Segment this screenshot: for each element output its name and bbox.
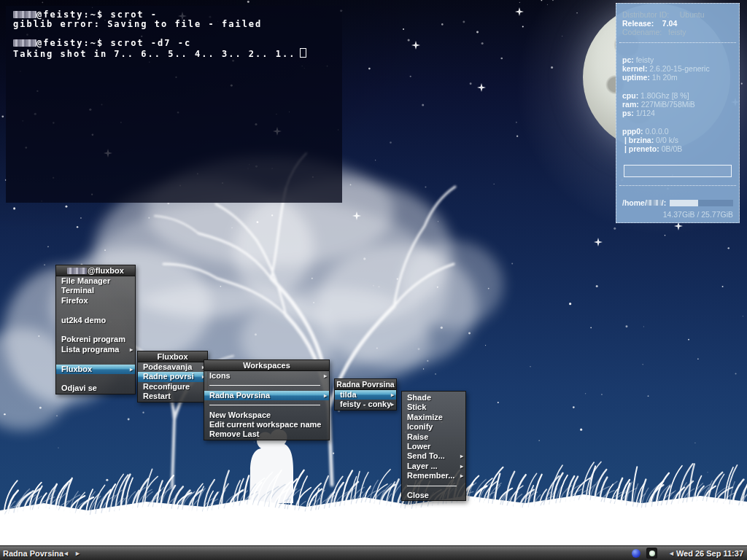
terminal-line: Taking shot in 7.. 6.. 5.. 4.. 3.. 2.. 1… xyxy=(13,48,342,58)
conky-row: pc: feisty xyxy=(622,55,733,64)
menu-item-layer[interactable]: Layer ...▸ xyxy=(402,462,465,471)
conky-network-info: ppp0: 0.0.0.0 | brzina: 0/0 k/s | prenet… xyxy=(622,127,733,154)
menu-fluxbox: FluxboxPodesavanja▸Radne povrsi▸Reconfig… xyxy=(137,351,208,402)
menu-item-remember[interactable]: Remember...▸ xyxy=(402,471,465,481)
menu-title: @fluxbox xyxy=(56,265,135,276)
menu-item-stick[interactable]: Stick xyxy=(402,402,465,412)
menu-gap xyxy=(56,325,135,335)
censored-username xyxy=(13,11,36,18)
menu-item-icons[interactable]: Icons▸ xyxy=(204,371,329,381)
menu-item-file-manager[interactable]: File Manager xyxy=(56,276,135,286)
submenu-arrow-icon: ▸ xyxy=(391,400,394,409)
disk-path-prefix: /home/ xyxy=(622,198,647,207)
menu-title: Workspaces xyxy=(204,360,329,371)
menu-gap xyxy=(56,374,135,384)
menu-window: ShadeStickMaximizeIconifyRaiseLowerSend … xyxy=(401,391,466,501)
conky-separator xyxy=(619,42,736,43)
submenu-arrow-icon: ▸ xyxy=(324,371,327,381)
disk-path-suffix: /: xyxy=(662,198,666,207)
camera-tray-icon[interactable] xyxy=(646,548,657,559)
blue-orb-tray-icon[interactable] xyxy=(632,549,640,558)
conky-row: ppp0: 0.0.0.0 xyxy=(622,127,733,136)
menu-item-lista-programa[interactable]: Lista programa▸ xyxy=(56,345,135,354)
disk-usage-bar xyxy=(670,200,733,206)
prev-workspace-arrow-icon[interactable]: ◄ xyxy=(63,548,69,559)
conky-system-info: pc: feistykernel: 2.6.20-15-genericuptim… xyxy=(622,55,733,82)
prev-window-arrow-icon[interactable]: ◄ xyxy=(668,548,675,559)
menu-item-podesavanja[interactable]: Podesavanja▸ xyxy=(138,362,207,372)
menu-item-tilda[interactable]: tilda▸ xyxy=(335,390,396,400)
menu-item-odjavi-se[interactable]: Odjavi se xyxy=(56,384,135,393)
next-workspace-arrow-icon[interactable]: ► xyxy=(74,548,81,559)
menu-item-radna-povrsina[interactable]: Radna Povrsina▸ xyxy=(204,391,329,400)
menu-item-new-workspace[interactable]: New Workspace xyxy=(204,411,329,420)
submenu-arrow-icon: ▸ xyxy=(460,462,463,471)
menu-item-lower[interactable]: Lower xyxy=(402,442,465,451)
menu-item-maximize[interactable]: Maximize xyxy=(402,413,465,422)
conky-row: Release: 7.04 xyxy=(622,19,733,28)
conky-row: ps: 1/124 xyxy=(622,109,733,117)
conky-widget: Distributor ID: UbuntuRelease: 7.04Coden… xyxy=(616,3,740,223)
conky-row: | brzina: 0/0 k/s xyxy=(622,136,733,144)
menu-item-send-to[interactable]: Send To...▸ xyxy=(402,451,465,461)
terminal-window[interactable]: @feisty:~$ scrot -giblib error: Saving t… xyxy=(6,6,342,203)
workspace-label[interactable]: Radna Povrsina xyxy=(3,548,63,559)
disk-usage-text: 14.37GiB / 25.77GiB xyxy=(663,210,733,219)
menu-item-feisty-conky[interactable]: feisty - conky▸ xyxy=(335,400,396,409)
terminal-line: @feisty:~$ scrot -d7 -c xyxy=(13,39,342,48)
menu-item-firefox[interactable]: Firefox xyxy=(56,296,135,306)
menu-item-ut2k4-demo[interactable]: ut2k4 demo xyxy=(56,316,135,325)
conky-network-bar xyxy=(624,165,732,177)
conky-cpu-info: cpu: 1.80Ghz [8 %]ram: 227MiB/758MiBps: … xyxy=(622,91,733,118)
censored-username xyxy=(13,39,36,47)
censored-username xyxy=(647,200,662,206)
menu-title: Fluxbox xyxy=(138,351,207,362)
conky-row: kernel: 2.6.20-15-generic xyxy=(622,64,733,73)
desktop[interactable]: @feisty:~$ scrot -giblib error: Saving t… xyxy=(0,0,747,560)
menu-gap xyxy=(56,306,135,315)
toolbar: Radna Povrsina ◄ ► ◄ ► Wed 26 Sep 11:37 xyxy=(0,545,747,560)
menu-separator xyxy=(204,400,329,410)
menu-workspaces: WorkspacesIcons▸Radna Povrsina▸New Works… xyxy=(204,359,330,440)
submenu-arrow-icon: ▸ xyxy=(324,391,327,400)
submenu-arrow-icon: ▸ xyxy=(130,365,133,374)
conky-row: Codename: feisty xyxy=(622,28,733,36)
conky-row: cpu: 1.80Ghz [8 %] xyxy=(622,91,733,100)
conky-row: | preneto: 0B/0B xyxy=(622,144,733,153)
menu-item-shade[interactable]: Shade xyxy=(402,393,465,402)
conky-disk-row: /home//: xyxy=(622,198,733,207)
menu-item-fluxbox[interactable]: Fluxbox▸ xyxy=(56,365,135,374)
menu-separator xyxy=(402,481,465,491)
clock: Wed 26 Sep 11:37 xyxy=(676,548,743,559)
terminal-line: giblib error: Saving to file - failed xyxy=(13,20,342,29)
menu-title: Radna Povrsina xyxy=(335,379,396,390)
menu-item-raise[interactable]: Raise xyxy=(402,432,465,442)
menu-separator xyxy=(204,381,329,390)
censored-username xyxy=(67,268,87,274)
menu-gap xyxy=(56,354,135,364)
menu-item-terminal[interactable]: Terminal xyxy=(56,286,135,295)
terminal-cursor xyxy=(300,48,306,58)
menu-item-remove-last[interactable]: Remove Last xyxy=(204,429,329,439)
menu-radna-povrsina: Radna Povrsinatilda▸feisty - conky▸ xyxy=(334,378,397,411)
conky-os-info: Distributor ID: UbuntuRelease: 7.04Coden… xyxy=(622,10,733,37)
conky-separator xyxy=(619,185,736,186)
menu-item-close[interactable]: Close xyxy=(402,491,465,500)
menu-item-iconify[interactable]: Iconify xyxy=(402,422,465,432)
menu-item-pokreni-program[interactable]: Pokreni program xyxy=(56,335,135,344)
submenu-arrow-icon: ▸ xyxy=(460,451,463,461)
menu-item-restart[interactable]: Restart xyxy=(138,392,207,401)
conky-row: ram: 227MiB/758MiB xyxy=(622,100,733,109)
menu-item-reconfigure[interactable]: Reconfigure xyxy=(138,382,207,392)
submenu-arrow-icon: ▸ xyxy=(391,390,394,400)
menu-root: @fluxboxFile ManagerTerminalFirefoxut2k4… xyxy=(55,265,136,394)
conky-row: uptime: 1h 20m xyxy=(622,73,733,82)
submenu-arrow-icon: ▸ xyxy=(460,471,463,481)
menu-item-radne-povrsi[interactable]: Radne povrsi▸ xyxy=(138,372,207,381)
submenu-arrow-icon: ▸ xyxy=(130,345,133,354)
conky-row: Distributor ID: Ubuntu xyxy=(622,10,733,19)
menu-item-edit-current-workspace-name[interactable]: Edit current workspace name xyxy=(204,420,329,429)
